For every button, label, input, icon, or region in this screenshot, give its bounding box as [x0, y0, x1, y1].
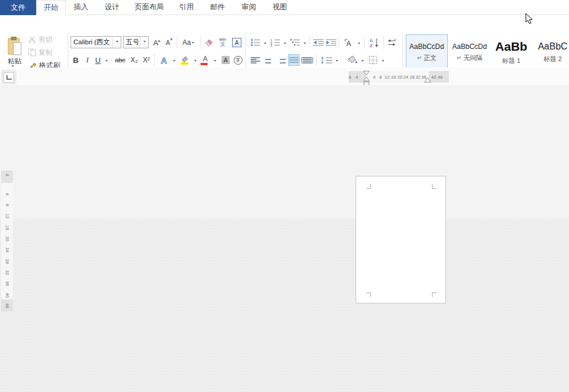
tab-selector-box: [3, 72, 14, 83]
tab-page-layout[interactable]: 页面布局: [128, 0, 170, 15]
right-indent-marker[interactable]: [424, 77, 431, 83]
align-left-button[interactable]: [250, 55, 261, 66]
asian-layout-button[interactable]: A: [342, 37, 356, 48]
tab-references[interactable]: 引用: [172, 0, 201, 15]
distribute-icon: [301, 57, 313, 63]
paste-button[interactable]: 粘贴: [2, 33, 27, 70]
tab-view[interactable]: 视图: [265, 0, 294, 15]
align-left-icon: [251, 57, 260, 63]
line-spacing-button[interactable]: [319, 55, 333, 66]
tab-mailings[interactable]: 邮件: [202, 0, 233, 15]
show-hide-marks-button[interactable]: [385, 37, 398, 48]
grow-font-button[interactable]: A: [151, 37, 163, 48]
text-highlight-button[interactable]: [178, 54, 191, 66]
scissors-icon: [28, 36, 36, 43]
document-page[interactable]: [356, 176, 446, 303]
svg-text:A: A: [370, 38, 373, 43]
shading-button[interactable]: [345, 54, 359, 66]
ruler-number: 8: [346, 75, 353, 80]
bold-button[interactable]: B: [71, 54, 81, 66]
style-card-heading2[interactable]: AaBbC 标题 2: [532, 34, 569, 70]
paragraph-mark-icon: ↵: [417, 55, 422, 61]
borders-button[interactable]: [367, 54, 379, 66]
style-card-no-spacing[interactable]: AaBbCcDd ↵无间隔: [449, 34, 490, 70]
distribute-button[interactable]: [301, 55, 314, 66]
multilevel-dropdown[interactable]: [301, 37, 308, 48]
justify-button[interactable]: [288, 54, 300, 66]
tab-design[interactable]: 设计: [97, 0, 127, 15]
text-effects-dropdown[interactable]: [171, 54, 178, 66]
change-case-label: Aa: [182, 38, 191, 47]
change-case-button[interactable]: Aa: [180, 37, 197, 48]
increase-indent-icon: [326, 39, 336, 46]
strikethrough-button[interactable]: abc: [113, 54, 127, 66]
numbering-dropdown[interactable]: [282, 37, 288, 48]
mini-separator: [316, 54, 317, 66]
hanging-indent-marker[interactable]: [364, 77, 370, 81]
font-name-value: Calibri (西文: [71, 37, 113, 48]
mini-separator: [200, 36, 201, 49]
line-spacing-dropdown[interactable]: [333, 55, 340, 66]
text-effects-button[interactable]: A: [157, 54, 170, 66]
tab-file[interactable]: 文件: [0, 0, 36, 15]
ruler-number: 8: [4, 199, 10, 211]
clear-formatting-button[interactable]: [203, 37, 215, 48]
character-border-button[interactable]: A: [231, 37, 243, 48]
font-size-dropdown[interactable]: [140, 37, 148, 48]
dropdown-arrow-icon: [336, 60, 338, 63]
ribbon-tab-bar: 文件 开始 插入 设计 页面布局 引用 邮件 审阅 视图: [0, 0, 569, 15]
shrink-font-letter: A: [166, 39, 170, 46]
tab-review[interactable]: 审阅: [234, 0, 264, 15]
underline-dropdown[interactable]: [103, 54, 110, 66]
shading-dropdown[interactable]: [359, 55, 366, 66]
font-name-combo[interactable]: Calibri (西文: [71, 36, 121, 48]
shrink-font-button[interactable]: A: [164, 37, 174, 48]
ruler-number: 32: [4, 267, 10, 278]
word-window: 文件 开始 插入 设计 页面布局 引用 邮件 审阅 视图 粘贴: [0, 0, 569, 392]
style-card-heading1[interactable]: AaBb 标题 1: [491, 34, 532, 70]
decrease-indent-button[interactable]: [312, 37, 325, 48]
mouse-cursor-icon: [525, 13, 533, 24]
numbered-list-icon: 1 2 3: [271, 38, 280, 47]
character-shading-button[interactable]: A: [220, 54, 231, 66]
text-highlight-dropdown[interactable]: [192, 54, 199, 66]
borders-dropdown[interactable]: [380, 55, 386, 66]
cut-button: 剪切: [28, 34, 52, 45]
first-line-indent-marker[interactable]: [364, 71, 370, 75]
document-background-upper: [0, 85, 569, 218]
tab-selector[interactable]: [1, 70, 16, 84]
clipboard-icon: [6, 37, 23, 56]
phonetic-guide-button[interactable]: wén 文: [217, 36, 229, 50]
font-color-dropdown[interactable]: [212, 54, 219, 66]
mini-separator: [383, 36, 384, 49]
italic-button[interactable]: I: [83, 54, 92, 66]
style-card-normal[interactable]: AaBbCcDd ↵正文: [406, 34, 448, 70]
circled-char-icon: 字: [234, 56, 243, 65]
sort-button[interactable]: A Z: [367, 36, 381, 50]
font-size-combo[interactable]: 五号: [123, 36, 149, 48]
underline-button[interactable]: U: [93, 54, 103, 66]
pinyin-hanzi: 文: [220, 42, 226, 47]
boxed-a-icon: A: [232, 38, 241, 47]
superscript-button[interactable]: X²: [141, 54, 152, 66]
dropdown-arrow-icon: [214, 60, 216, 63]
subscript-button[interactable]: X₂: [128, 54, 140, 66]
style-sample: AaBbC: [538, 41, 568, 52]
align-center-button[interactable]: [262, 55, 274, 66]
ruler-number: 24: [4, 244, 10, 256]
numbering-button[interactable]: 1 2 3: [269, 37, 282, 48]
grow-font-letter: A: [153, 38, 159, 47]
indent-markers[interactable]: [363, 70, 370, 86]
asian-layout-dropdown[interactable]: [356, 37, 362, 48]
font-color-button[interactable]: A: [199, 54, 211, 66]
bullets-dropdown[interactable]: [262, 37, 268, 48]
tab-insert[interactable]: 插入: [66, 0, 96, 15]
tab-home[interactable]: 开始: [36, 0, 66, 15]
bullets-button[interactable]: [249, 37, 262, 48]
enclose-characters-button[interactable]: 字: [232, 54, 244, 66]
multilevel-list-button[interactable]: [289, 37, 301, 48]
align-right-button[interactable]: [275, 55, 287, 66]
increase-indent-button[interactable]: [325, 37, 338, 48]
font-name-dropdown[interactable]: [113, 37, 121, 48]
eraser-icon: [204, 38, 213, 47]
